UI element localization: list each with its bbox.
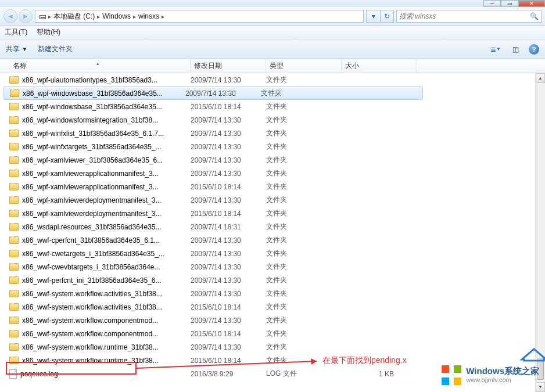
window-titlebar: ─ ▭ ✕	[0, 0, 545, 7]
search-box[interactable]: 🔍	[396, 10, 542, 23]
file-name: x86_wpf-xamlviewerapplicationmanifest_3.…	[22, 170, 159, 178]
file-type: 文件夹	[266, 302, 342, 312]
toolbar-share[interactable]: 共享 ▼	[6, 44, 27, 54]
file-name: x86_wpf-xamlviewerapplicationmanifest_3.…	[22, 183, 159, 191]
file-name: x86_wpf-windowsformsintegration_31bf38..…	[22, 116, 158, 124]
table-row[interactable]: x86_wwf-system.workflow.componentmod...2…	[0, 327, 545, 340]
file-list: x86_wpf-uiautomationtypes_31bf3856ad3...…	[0, 73, 545, 392]
folder-icon	[9, 330, 19, 337]
breadcrumb-seg-winsxs[interactable]: winsxs	[137, 12, 160, 20]
search-icon[interactable]: 🔍	[530, 12, 539, 20]
chevron-down-icon: ▼	[22, 46, 27, 52]
table-row[interactable]: x86_wpf-xamlviewer_31bf3856ad364e35_6...…	[0, 153, 545, 167]
forward-button[interactable]: ►	[19, 9, 33, 23]
table-row[interactable]: x86_wsdapi.resources_31bf3856ad364e35...…	[0, 220, 545, 233]
file-date: 2015/6/10 18:14	[191, 303, 266, 311]
folder-icon	[9, 116, 19, 124]
folder-icon	[9, 343, 19, 351]
maximize-button[interactable]: ▭	[501, 0, 518, 7]
table-row[interactable]: x86_wpf-xamlviewerdeploymentmanifest_3..…	[0, 193, 545, 207]
file-date: 2009/7/14 18:31	[191, 223, 266, 231]
table-row[interactable]: x86_wwf-perfcnt_ini_31bf3856ad364e35_6..…	[0, 274, 545, 287]
toolbar: 共享 ▼ 新建文件夹 ≣ ▼ ◫ ?	[0, 39, 545, 59]
file-date: 2009/7/14 13:30	[191, 116, 266, 124]
breadcrumb[interactable]: 🖴 ▸ 本地磁盘 (C:) ▸ Windows ▸ winsxs ▸	[35, 10, 364, 23]
file-date: 2009/7/14 13:30	[191, 76, 266, 84]
file-date: 2009/7/14 13:30	[191, 130, 266, 138]
file-date: 2009/7/14 13:30	[191, 343, 266, 351]
table-row[interactable]: x86_wwf-cwetargets_i_31bf3856ad364e35_..…	[0, 247, 545, 260]
svg-marker-2	[522, 349, 545, 361]
minimize-button[interactable]: ─	[483, 0, 501, 7]
file-name: x86_wpf-xamlviewerdeploymentmanifest_3..…	[22, 196, 161, 204]
vertical-scrollbar[interactable]: ▲ ▼	[535, 73, 545, 392]
folder-icon	[10, 89, 19, 97]
menu-tools[interactable]: 工具(T)	[5, 27, 27, 37]
refresh-button[interactable]: ↻	[380, 10, 394, 23]
folder-icon	[9, 196, 19, 204]
table-row[interactable]: x86_wpf-windowsbase_31bf3856ad364e35...2…	[0, 100, 545, 113]
house-icon	[519, 347, 545, 372]
table-row[interactable]: x86_wpf-winfxlist_31bf3856ad364e35_6.1.7…	[0, 127, 545, 140]
view-options-button[interactable]: ≣ ▼	[489, 43, 502, 56]
chevron-right-icon: ▸	[162, 13, 164, 20]
help-icon[interactable]: ?	[529, 44, 539, 55]
preview-pane-button[interactable]: ◫	[509, 43, 522, 56]
table-row[interactable]: x86_wpf-windowsbase_31bf3856ad364e35...2…	[3, 87, 423, 100]
menu-help[interactable]: 帮助(H)	[37, 27, 60, 37]
windows-logo-icon	[442, 365, 461, 385]
breadcrumb-dropdown[interactable]: ▾	[366, 10, 380, 23]
file-name: x86_wwf-system.workflow.runtime_31bf38..…	[22, 357, 159, 365]
address-bar: ◄ ► 🖴 ▸ 本地磁盘 (C:) ▸ Windows ▸ winsxs ▸ ▾…	[0, 7, 545, 26]
breadcrumb-seg-disk[interactable]: 本地磁盘 (C:)	[52, 12, 96, 21]
file-date: 2009/7/14 13:30	[191, 156, 266, 164]
chevron-right-icon: ▸	[133, 13, 136, 20]
file-date: 2009/7/14 13:30	[191, 236, 266, 244]
table-row[interactable]: x86_wwf-system.workflow.componentmod...2…	[0, 314, 545, 327]
file-type: 文件夹	[266, 128, 342, 138]
table-row[interactable]: x86_wpf-xamlviewerapplicationmanifest_3.…	[0, 180, 545, 193]
file-name: x86_wpf-xamlviewer_31bf3856ad364e35_6...	[22, 156, 163, 164]
table-row[interactable]: x86_wwf-cwevbtargets_i_31bf3856ad364e...…	[0, 260, 545, 274]
column-header-name[interactable]: 名称	[9, 59, 191, 73]
file-name: poqexec.log	[20, 370, 58, 378]
file-name: x86_wpf-windowsbase_31bf3856ad364e35...	[23, 89, 163, 98]
table-row[interactable]: x86_wpf-xamlviewerdeploymentmanifest_3..…	[0, 207, 545, 220]
table-row[interactable]: x86_wwf-system.workflow.runtime_31bf38..…	[0, 340, 545, 354]
back-button[interactable]: ◄	[3, 9, 17, 23]
file-name: x86_wpf-windowsbase_31bf3856ad364e35...	[22, 103, 162, 111]
file-name: x86_wwf-cwetargets_i_31bf3856ad364e35_..…	[22, 250, 164, 258]
file-date: 2016/3/8 9:29	[191, 370, 266, 378]
table-row[interactable]: x86_wwf-system.workflow.activities_31bf3…	[0, 287, 545, 300]
file-name: x86_wwf-cperfcnt_31bf3856ad364e35_6.1...	[22, 236, 160, 244]
file-type: 文件夹	[266, 115, 342, 125]
folder-icon	[9, 263, 19, 271]
file-name: x86_wwf-system.workflow.activities_31bf3…	[22, 290, 162, 298]
table-row[interactable]: x86_wwf-system.workflow.activities_31bf3…	[0, 300, 545, 314]
file-date: 2015/6/10 18:14	[191, 183, 266, 191]
file-date: 2009/7/14 13:30	[191, 290, 266, 298]
breadcrumb-seg-windows[interactable]: Windows	[101, 12, 132, 20]
file-type: 文件夹	[266, 168, 342, 178]
file-date: 2009/7/14 13:30	[191, 263, 266, 271]
table-row[interactable]: x86_wpf-windowsformsintegration_31bf38..…	[0, 113, 545, 127]
table-row[interactable]: x86_wpf-xamlviewerapplicationmanifest_3.…	[0, 167, 545, 180]
file-name: x86_wwf-system.workflow.componentmod...	[22, 330, 158, 338]
scroll-up-button[interactable]: ▲	[536, 73, 545, 83]
table-row[interactable]: x86_wpf-uiautomationtypes_31bf3856ad3...…	[0, 73, 545, 87]
file-type: 文件夹	[266, 329, 342, 339]
toolbar-new-folder[interactable]: 新建文件夹	[38, 44, 73, 54]
table-row[interactable]: x86_wwf-cperfcnt_31bf3856ad364e35_6.1...…	[0, 233, 545, 247]
column-header-type[interactable]: 类型	[266, 59, 342, 73]
search-input[interactable]	[399, 12, 530, 20]
breadcrumb-root-icon[interactable]: 🖴	[38, 12, 47, 20]
file-type: 文件夹	[266, 102, 342, 112]
folder-icon	[9, 250, 19, 257]
file-name: x86_wpf-winfxtargets_31bf3856ad364e35_..…	[22, 143, 162, 151]
file-type: 文件夹	[261, 88, 336, 98]
column-header-date[interactable]: 修改日期	[191, 59, 266, 73]
file-type: 文件夹	[266, 195, 342, 205]
column-header-size[interactable]: 大小	[342, 59, 417, 73]
table-row[interactable]: x86_wpf-winfxtargets_31bf3856ad364e35_..…	[0, 140, 545, 153]
close-button[interactable]: ✕	[518, 0, 545, 7]
